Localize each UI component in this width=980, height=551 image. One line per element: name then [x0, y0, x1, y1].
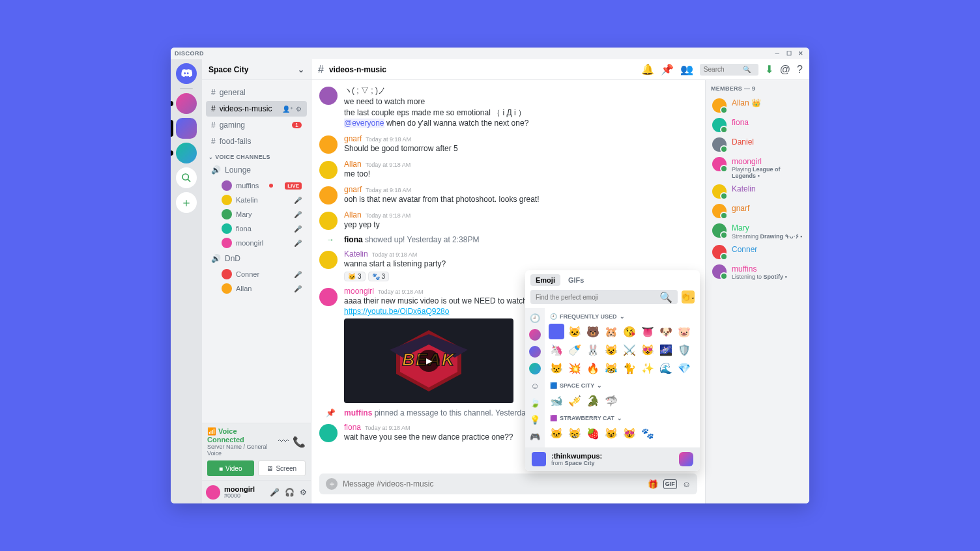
- server-emoji-icon[interactable]: [529, 346, 541, 358]
- video-embed[interactable]: BEAK ▶: [344, 318, 513, 403]
- attach-button[interactable]: ＋: [326, 478, 338, 490]
- emoji-item[interactable]: 🛡️: [676, 342, 692, 358]
- emoji-item[interactable]: 😸: [567, 425, 583, 441]
- voice-user[interactable]: Katelin🎤: [206, 193, 307, 207]
- gif-icon[interactable]: GIF: [663, 479, 677, 489]
- message-author[interactable]: gnarf: [344, 134, 362, 143]
- avatar[interactable]: [319, 186, 338, 205]
- window-close[interactable]: ✕: [796, 49, 805, 58]
- emoji-icon[interactable]: ☺: [682, 479, 691, 489]
- members-icon[interactable]: 👥: [680, 63, 693, 76]
- bell-icon[interactable]: 🔔: [641, 63, 654, 76]
- home-button[interactable]: [176, 63, 197, 84]
- avatar[interactable]: [319, 161, 338, 179]
- message-author[interactable]: fiona: [344, 423, 361, 432]
- emoji-item[interactable]: 👅: [640, 324, 656, 339]
- emoji-item[interactable]: 🦈: [603, 393, 619, 408]
- server-item-3[interactable]: [176, 143, 197, 163]
- avatar[interactable]: [319, 251, 338, 269]
- voice-category-header[interactable]: ⌄ VOICE CHANNELS: [202, 150, 311, 162]
- emoji-item[interactable]: 🍓: [585, 425, 601, 441]
- explore-button[interactable]: [176, 167, 197, 188]
- emoji-item[interactable]: 😺: [603, 425, 619, 441]
- message-input[interactable]: [343, 479, 642, 488]
- search-input[interactable]: [704, 66, 743, 73]
- emoji-item[interactable]: 😾: [549, 360, 564, 376]
- avatar[interactable]: [319, 288, 338, 306]
- voice-user[interactable]: moongirl🎤: [206, 236, 307, 250]
- voice-user[interactable]: Allan🎤: [206, 281, 307, 296]
- help-icon[interactable]: ?: [797, 64, 803, 76]
- emoji-item[interactable]: 🌌: [658, 342, 674, 358]
- gear-icon[interactable]: ⚙: [300, 488, 307, 497]
- member-item[interactable]: MaryStreaming Drawing ٩·ᴗ·۶ ▪: [711, 221, 804, 242]
- objects-icon[interactable]: 💡: [529, 414, 541, 425]
- disconnect-icon[interactable]: 📞: [293, 436, 306, 448]
- member-item[interactable]: Daniel: [711, 135, 804, 154]
- screen-button[interactable]: 🖥Screen: [258, 460, 306, 476]
- emoji-item[interactable]: 🐈: [622, 360, 637, 376]
- voice-user[interactable]: Conner🎤: [206, 267, 307, 281]
- mentions-icon[interactable]: @: [780, 64, 790, 76]
- member-item[interactable]: gnarf: [711, 201, 804, 221]
- pin-icon[interactable]: 📌: [661, 63, 674, 76]
- message-author[interactable]: moongirl: [344, 287, 374, 296]
- people-icon[interactable]: ☺: [529, 380, 541, 391]
- activities-icon[interactable]: 🎮: [529, 431, 541, 442]
- channel-food-fails[interactable]: #food-fails: [206, 134, 307, 149]
- emoji-item[interactable]: 😹: [603, 360, 619, 376]
- member-item[interactable]: Allan 👑: [711, 96, 804, 115]
- reaction[interactable]: 🐾3: [368, 272, 390, 281]
- tab-gifs[interactable]: GIFs: [563, 274, 589, 286]
- emoji-item[interactable]: 🐱: [567, 324, 583, 339]
- emoji-item[interactable]: 🔥: [585, 360, 601, 376]
- channel-videos-n-music[interactable]: #videos-n-music 👤⁺⚙: [206, 101, 307, 117]
- emoji-item[interactable]: 💥: [567, 360, 583, 376]
- tab-emoji[interactable]: Emoji: [530, 274, 560, 286]
- emoji-item[interactable]: 🐊: [585, 393, 601, 408]
- avatar[interactable]: [206, 485, 220, 500]
- member-item[interactable]: muffinsListening to Spotify ▪: [711, 262, 804, 283]
- channel-general[interactable]: #general: [206, 85, 307, 100]
- invite-icon[interactable]: 👤⁺: [282, 106, 293, 113]
- download-icon[interactable]: ⬇: [765, 63, 773, 76]
- emoji-item[interactable]: 🐻: [585, 324, 601, 339]
- message-author[interactable]: Allan: [344, 160, 362, 169]
- avatar[interactable]: [319, 212, 338, 230]
- server-item-2[interactable]: [176, 118, 197, 139]
- emoji-item[interactable]: ✨: [640, 360, 656, 376]
- emoji-item[interactable]: 🎺: [567, 393, 583, 408]
- emoji-item[interactable]: 🐶: [658, 324, 674, 339]
- message-author[interactable]: gnarf: [344, 185, 362, 194]
- server-item-1[interactable]: [176, 93, 197, 114]
- emoji-item[interactable]: 🍼: [567, 342, 583, 358]
- voice-user[interactable]: fiona🎤: [206, 221, 307, 236]
- voice-user[interactable]: Mary🎤: [206, 207, 307, 221]
- emoji-item[interactable]: 🐷: [676, 324, 692, 339]
- emoji-item[interactable]: 😘: [622, 324, 637, 339]
- emoji-item[interactable]: ⚔️: [622, 342, 637, 358]
- reaction[interactable]: 🐱3: [344, 272, 366, 281]
- avatar[interactable]: [319, 87, 338, 105]
- emoji-item[interactable]: 🐋: [549, 393, 564, 408]
- link[interactable]: https://youtu.be/OiDx6aQ928o: [344, 307, 449, 316]
- skin-tone-button[interactable]: 👏⌄: [682, 290, 695, 304]
- channel-gaming[interactable]: #gaming1: [206, 117, 307, 133]
- mic-icon[interactable]: 🎤: [270, 488, 280, 497]
- voice-user[interactable]: muffinsLIVE: [206, 178, 307, 193]
- emoji-item[interactable]: 🐰: [585, 342, 601, 358]
- emoji-item[interactable]: [549, 324, 564, 339]
- emoji-item[interactable]: 🐹: [603, 324, 619, 339]
- avatar[interactable]: [319, 135, 338, 154]
- member-item[interactable]: Conner: [711, 242, 804, 262]
- member-item[interactable]: moongirlPlaying League of Legends ▪: [711, 154, 804, 182]
- server-emoji-icon[interactable]: [529, 363, 541, 374]
- headphone-icon[interactable]: 🎧: [285, 488, 295, 497]
- emoji-search[interactable]: 🔍: [530, 290, 678, 304]
- emoji-search-input[interactable]: [536, 294, 659, 301]
- gear-icon[interactable]: ⚙: [296, 106, 302, 113]
- emoji-item[interactable]: 😻: [622, 425, 637, 441]
- emoji-item[interactable]: 🐾: [640, 425, 656, 441]
- window-maximize[interactable]: ☐: [785, 49, 794, 58]
- voice-channel-dnd[interactable]: 🔊DnD: [206, 251, 307, 266]
